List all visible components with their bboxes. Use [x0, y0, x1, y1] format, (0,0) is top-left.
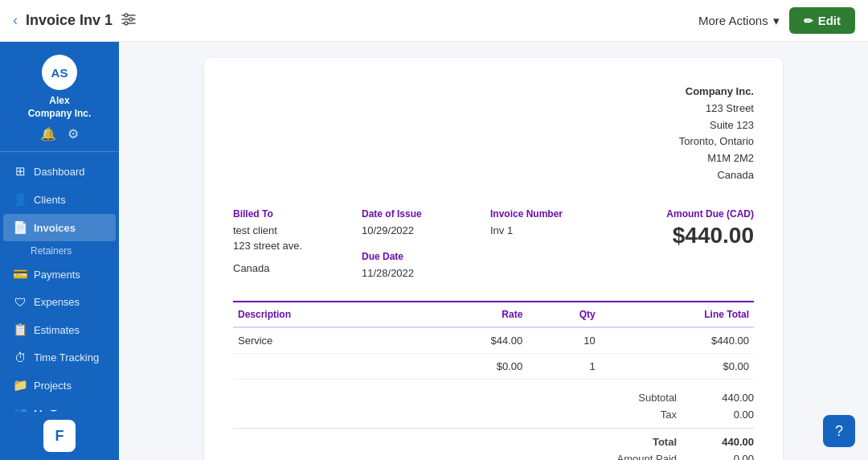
- sidebar-item-label: Clients: [34, 194, 66, 206]
- amount-due-section: Amount Due (CAD) $440.00: [619, 208, 754, 281]
- cell-rate: $44.00: [410, 327, 527, 354]
- header-right: More Actions ▾ ✏ Edit: [698, 7, 855, 34]
- sidebar-item-label: Invoices: [34, 222, 76, 234]
- invoice-number-section: Invoice Number Inv 1: [490, 208, 603, 281]
- sidebar-item-invoices[interactable]: 📄 Invoices: [3, 214, 116, 241]
- svg-point-5: [125, 22, 128, 25]
- sidebar-item-retainers[interactable]: Retainers: [0, 242, 119, 260]
- cell-qty: 1: [527, 353, 600, 379]
- subtotal-row: Subtotal 440.00: [233, 389, 754, 406]
- clients-icon: 👤: [13, 192, 27, 207]
- date-of-issue-section: Date of Issue 10/29/2022 Due Date 11/28/…: [362, 208, 474, 281]
- sidebar-item-clients[interactable]: 👤 Clients: [3, 186, 116, 213]
- projects-icon: 📁: [13, 378, 27, 392]
- notification-bell-icon[interactable]: 🔔: [40, 126, 56, 142]
- main-content: Company Inc. 123 Street Suite 123 Toront…: [119, 42, 868, 460]
- company-name: AlexCompany Inc.: [28, 95, 92, 120]
- sidebar-item-time-tracking[interactable]: ⏱ Time Tracking: [3, 344, 116, 371]
- cell-qty: 10: [527, 327, 600, 354]
- estimates-icon: 📋: [13, 322, 27, 337]
- total-row: Total 440.00: [233, 433, 754, 450]
- payments-icon: 💳: [13, 267, 27, 281]
- cell-rate: $0.00: [410, 353, 527, 379]
- sidebar-item-expenses[interactable]: 🛡 Expenses: [3, 289, 116, 315]
- table-header-row: Description Rate Qty Line Total: [233, 302, 754, 327]
- sidebar-item-label: Payments: [34, 269, 80, 281]
- edit-button[interactable]: ✏ Edit: [789, 7, 855, 34]
- amount-paid-row: Amount Paid 0.00: [233, 450, 754, 460]
- cell-description: Service: [233, 327, 410, 354]
- cell-line-total: $0.00: [600, 353, 754, 379]
- table-row: Service $44.00 10 $440.00: [233, 327, 754, 354]
- avatar: AS: [42, 55, 77, 90]
- sidebar-item-estimates[interactable]: 📋 Estimates: [3, 316, 116, 343]
- question-mark-icon: ?: [835, 423, 843, 440]
- totals-divider: [233, 428, 754, 429]
- col-rate: Rate: [410, 302, 527, 327]
- my-team-icon: 👥: [13, 406, 27, 412]
- sidebar-item-projects[interactable]: 📁 Projects: [3, 372, 116, 399]
- sidebar-item-label: Estimates: [34, 324, 80, 336]
- more-actions-button[interactable]: More Actions ▾: [698, 14, 780, 28]
- dashboard-icon: ⊞: [13, 164, 27, 179]
- svg-point-3: [125, 14, 128, 17]
- main-layout: AS AlexCompany Inc. 🔔 ⚙ ⊞ Dashboard 👤 Cl…: [0, 42, 868, 460]
- app-header: ‹ Invoice Inv 1 More Actions ▾ ✏ Edit: [0, 0, 868, 42]
- sidebar-item-dashboard[interactable]: ⊞ Dashboard: [3, 158, 116, 185]
- sidebar-item-payments[interactable]: 💳 Payments: [3, 261, 116, 288]
- time-tracking-icon: ⏱: [13, 351, 27, 364]
- col-qty: Qty: [527, 302, 600, 327]
- sidebar-item-label: Projects: [34, 380, 72, 392]
- invoice-card: Company Inc. 123 Street Suite 123 Toront…: [204, 58, 783, 460]
- back-button[interactable]: ‹: [13, 12, 18, 29]
- cell-description: [233, 353, 410, 379]
- page-title: Invoice Inv 1: [26, 12, 113, 29]
- invoices-icon: 📄: [13, 220, 27, 235]
- sidebar: AS AlexCompany Inc. 🔔 ⚙ ⊞ Dashboard 👤 Cl…: [0, 42, 119, 460]
- cell-line-total: $440.00: [600, 327, 754, 354]
- sidebar-item-label: Dashboard: [34, 166, 85, 178]
- invoice-meta: Billed To test client 123 street ave. Ca…: [233, 208, 754, 281]
- billed-to-section: Billed To test client 123 street ave. Ca…: [233, 208, 346, 281]
- settings-gear-icon[interactable]: ⚙: [68, 126, 79, 142]
- sidebar-profile: AS AlexCompany Inc. 🔔 ⚙: [0, 42, 119, 152]
- svg-point-4: [129, 18, 133, 21]
- company-address-block: Company Inc. 123 Street Suite 123 Toront…: [679, 84, 754, 184]
- expenses-icon: 🛡: [13, 295, 27, 309]
- filter-icon[interactable]: [121, 13, 137, 29]
- freshbooks-logo: F: [43, 420, 76, 452]
- totals-section: Subtotal 440.00 Tax 0.00 Total 440.00 Am…: [233, 389, 754, 460]
- tax-row: Tax 0.00: [233, 406, 754, 423]
- sidebar-item-label: Time Tracking: [34, 351, 99, 363]
- company-name-label: Company Inc.: [679, 84, 754, 101]
- sidebar-navigation: ⊞ Dashboard 👤 Clients 📄 Invoices Retaine…: [0, 152, 119, 412]
- table-row: $0.00 1 $0.00: [233, 353, 754, 379]
- sidebar-bottom: F: [0, 412, 119, 460]
- sidebar-item-my-team[interactable]: 👥 My Team: [3, 400, 116, 412]
- invoice-table: Description Rate Qty Line Total Service …: [233, 301, 754, 380]
- help-button[interactable]: ?: [823, 415, 855, 447]
- col-line-total: Line Total: [600, 302, 754, 327]
- col-description: Description: [233, 302, 410, 327]
- pencil-icon: ✏: [804, 14, 813, 27]
- header-left: ‹ Invoice Inv 1: [13, 12, 137, 29]
- sidebar-item-label: Expenses: [34, 296, 80, 308]
- invoice-company-info: Company Inc. 123 Street Suite 123 Toront…: [233, 84, 754, 184]
